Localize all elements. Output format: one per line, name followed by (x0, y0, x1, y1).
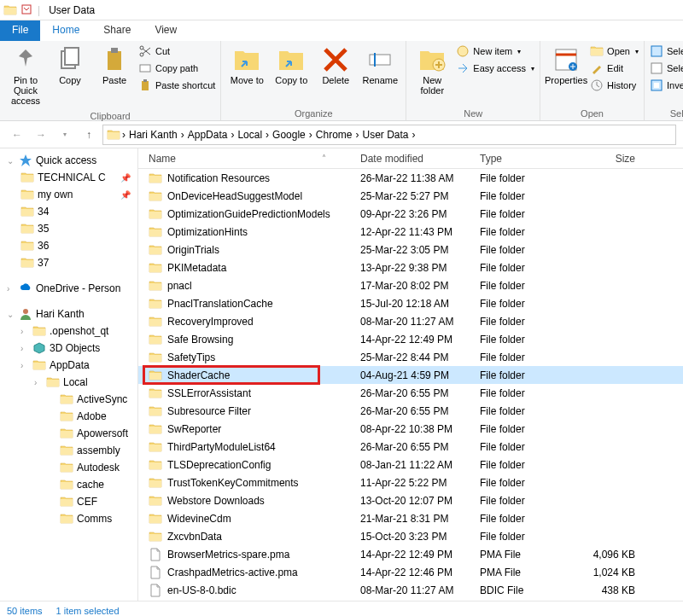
breadcrumb-segment[interactable]: Local (236, 129, 264, 141)
table-row[interactable]: BrowserMetrics-spare.pma14-Apr-22 12:49 … (138, 545, 683, 563)
breadcrumb-segment[interactable]: Hari Kanth (127, 129, 179, 141)
sidebar-item[interactable]: TECHNICAL C📌 (0, 169, 137, 186)
open-button[interactable]: Open▾ (590, 44, 639, 58)
sidebar-item[interactable]: 35 (0, 220, 137, 237)
chevron-icon[interactable]: › (34, 378, 43, 387)
sidebar-item[interactable]: ›AppData (0, 357, 137, 374)
copy-button[interactable]: Copy (50, 43, 90, 89)
new-item-button[interactable]: New item▾ (456, 44, 534, 58)
edit-button[interactable]: Edit (590, 61, 639, 75)
sidebar-item[interactable]: Comms (0, 510, 137, 527)
invert-selection-button[interactable]: Invert sele (650, 78, 683, 92)
table-row[interactable]: OptimizationHints12-Apr-22 11:43 PMFile … (138, 223, 683, 241)
chevron-down-icon[interactable]: ⌄ (7, 310, 15, 319)
file-list[interactable]: Notification Resources26-Mar-22 11:38 AM… (138, 169, 683, 601)
sidebar-item[interactable]: ActiveSync (0, 391, 137, 408)
sidebar-item[interactable]: Adobe (0, 408, 137, 425)
nav-recent-button[interactable]: ▾ (55, 125, 75, 145)
nav-up-button[interactable]: ↑ (79, 125, 99, 145)
chevron-right-icon[interactable]: › (355, 129, 359, 141)
chevron-right-icon[interactable]: › (266, 129, 269, 141)
chevron-right-icon[interactable]: › (309, 129, 312, 141)
chevron-down-icon[interactable]: ⌄ (7, 156, 15, 166)
chevron-right-icon[interactable]: › (231, 129, 234, 141)
column-type[interactable]: Type (480, 153, 574, 165)
sidebar-item[interactable]: 34 (0, 203, 137, 220)
history-button[interactable]: History (590, 78, 639, 92)
tab-share[interactable]: Share (91, 20, 143, 41)
nav-back-button[interactable]: ← (7, 125, 27, 145)
table-row[interactable]: Safe Browsing14-Apr-22 12:49 PMFile fold… (138, 330, 683, 348)
paste-shortcut-button[interactable]: Paste shortcut (138, 78, 215, 92)
table-row[interactable]: CrashpadMetrics-active.pma14-Apr-22 12:4… (138, 563, 683, 581)
pin-quick-access-button[interactable]: Pin to Quick access (5, 43, 46, 109)
tab-view[interactable]: View (143, 20, 189, 41)
table-row[interactable]: Subresource Filter26-Mar-20 6:55 PMFile … (138, 402, 683, 420)
copy-path-button[interactable]: Copy path (138, 61, 215, 75)
sidebar-item[interactable]: Autodesk (0, 459, 137, 476)
table-row[interactable]: en-US-8-0.bdic08-Mar-20 11:27 AMBDIC Fil… (138, 581, 683, 599)
column-name[interactable]: Name˄ (138, 153, 360, 165)
breadcrumb-segment[interactable]: Chrome (314, 129, 354, 141)
sidebar-item[interactable]: ›Local (0, 374, 137, 391)
table-row[interactable]: RecoveryImproved08-Mar-20 11:27 AMFile f… (138, 312, 683, 330)
easy-access-button[interactable]: Easy access▾ (456, 61, 534, 75)
table-row[interactable]: Notification Resources26-Mar-22 11:38 AM… (138, 169, 683, 187)
copy-to-button[interactable]: Copy to (271, 43, 312, 89)
sidebar-item[interactable]: cache (0, 476, 137, 493)
nav-forward-button[interactable]: → (31, 125, 51, 145)
column-size[interactable]: Size (574, 153, 642, 165)
chevron-icon[interactable]: › (20, 327, 29, 336)
sidebar-item[interactable]: 37 (0, 254, 137, 271)
new-folder-button[interactable]: New folder (412, 43, 452, 99)
sidebar-item[interactable]: Apowersoft (0, 425, 137, 442)
cut-button[interactable]: Cut (138, 44, 215, 58)
rename-button[interactable]: Rename (359, 43, 400, 89)
breadcrumb-segment[interactable]: User Data (360, 129, 410, 141)
table-row[interactable]: OriginTrials25-Mar-22 3:05 PMFile folder (138, 241, 683, 259)
table-row[interactable]: ThirdPartyModuleList6426-Mar-20 6:55 PMF… (138, 438, 683, 456)
table-row[interactable]: ShaderCache04-Aug-21 4:59 PMFile folder (138, 366, 683, 384)
breadcrumb[interactable]: › Hari Kanth›AppData›Local›Google›Chrome… (102, 125, 676, 145)
table-row[interactable]: pnacl17-Mar-20 8:02 PMFile folder (138, 276, 683, 294)
tab-file[interactable]: File (0, 20, 40, 41)
table-row[interactable]: OnDeviceHeadSuggestModel25-Mar-22 5:27 P… (138, 187, 683, 205)
chevron-icon[interactable]: › (20, 344, 29, 353)
column-date[interactable]: Date modified (360, 153, 480, 165)
sidebar-quick-access[interactable]: ⌄ Quick access (0, 152, 137, 169)
paste-button[interactable]: Paste (94, 43, 135, 89)
chevron-right-icon[interactable]: › (181, 129, 184, 141)
sidebar-onedrive[interactable]: › OneDrive - Person (0, 280, 137, 297)
table-row[interactable]: TrustTokenKeyCommitments11-Apr-22 5:22 P… (138, 474, 683, 491)
qat-dropdown-icon[interactable] (20, 3, 34, 17)
chevron-right-icon[interactable]: › (412, 129, 416, 141)
sidebar-item[interactable]: 36 (0, 237, 137, 254)
delete-button[interactable]: Delete (315, 43, 356, 89)
breadcrumb-segment[interactable]: AppData (186, 129, 230, 141)
select-none-button[interactable]: Select none (650, 61, 683, 75)
breadcrumb-segment[interactable]: Google (271, 129, 307, 141)
table-row[interactable]: OptimizationGuidePredictionModels09-Apr-… (138, 205, 683, 223)
table-row[interactable]: PKIMetadata13-Apr-22 9:38 PMFile folder (138, 259, 683, 276)
table-row[interactable]: SafetyTips25-Mar-22 8:44 PMFile folder (138, 348, 683, 366)
sidebar-item[interactable]: CEF (0, 493, 137, 510)
chevron-icon[interactable]: › (20, 361, 29, 370)
move-to-button[interactable]: Move to (226, 43, 267, 89)
table-row[interactable]: TLSDeprecationConfig08-Jan-21 11:22 AMFi… (138, 456, 683, 474)
table-row[interactable]: Webstore Downloads13-Oct-20 12:07 PMFile… (138, 491, 683, 509)
tab-home[interactable]: Home (40, 20, 91, 41)
sidebar-item[interactable]: my own📌 (0, 186, 137, 203)
sidebar-item[interactable]: ›3D Objects (0, 340, 137, 357)
sidebar-item[interactable]: assembly (0, 442, 137, 459)
table-row[interactable]: SSLErrorAssistant26-Mar-20 6:55 PMFile f… (138, 384, 683, 402)
properties-button[interactable]: Properties (546, 43, 587, 89)
chevron-right-icon[interactable]: › (7, 284, 15, 293)
table-row[interactable]: ZxcvbnData15-Oct-20 3:23 PMFile folder (138, 527, 683, 545)
table-row[interactable]: PnaclTranslationCache15-Jul-20 12:18 AMF… (138, 294, 683, 312)
sidebar-item[interactable]: ›.openshot_qt (0, 323, 137, 340)
select-all-button[interactable]: Select all (650, 44, 683, 58)
table-row[interactable]: WidevineCdm21-Mar-21 8:31 PMFile folder (138, 509, 683, 527)
chevron-right-icon[interactable]: › (122, 129, 126, 141)
table-row[interactable]: SwReporter08-Apr-22 10:38 PMFile folder (138, 420, 683, 438)
sidebar-user[interactable]: ⌄ Hari Kanth (0, 305, 137, 323)
